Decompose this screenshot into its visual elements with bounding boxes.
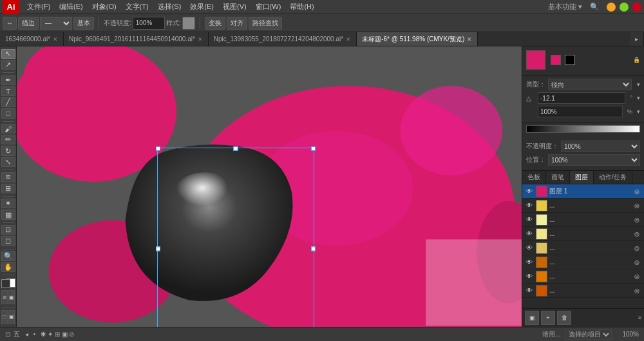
layer-row-7[interactable]: 👁 ... ◎ — [522, 284, 644, 298]
layer-row-1[interactable]: 👁 ... ◎ — [522, 199, 644, 213]
search-icon[interactable]: 🔍 — [586, 3, 603, 11]
eraser-tool[interactable]: ◻ — [1, 236, 15, 246]
transform-button[interactable]: 变换 — [205, 17, 225, 30]
column-chart-tool[interactable]: ▦ — [1, 209, 15, 219]
layers-panel-menu[interactable]: ≡ — [638, 315, 641, 321]
layer-target-2[interactable]: ◎ — [632, 215, 641, 224]
base-button[interactable]: 基本 — [73, 17, 94, 30]
layer-row-3[interactable]: 👁 ... ◎ — [522, 227, 644, 241]
stroke-style-select[interactable]: — — [40, 17, 72, 30]
canvas-area[interactable]: ji sn.b 🐾 — [17, 46, 522, 327]
layer-target-3[interactable]: ◎ — [632, 229, 641, 239]
opacity-select[interactable]: 100% — [561, 141, 640, 152]
angle-input[interactable] — [538, 92, 625, 104]
menu-object[interactable]: 对象(O) — [88, 1, 120, 13]
layer-target-1[interactable]: ◎ — [632, 201, 641, 210]
tab-close-3[interactable]: ✕ — [467, 36, 472, 43]
line-tool[interactable]: ╱ — [1, 97, 15, 107]
style-button[interactable] — [182, 17, 195, 30]
shape-tool[interactable]: □ — [1, 108, 15, 118]
tab-layers[interactable]: 图层 — [570, 171, 594, 184]
screen-mode2-button[interactable]: ▣ — [8, 310, 15, 324]
tab-0[interactable]: 1634669000.ai* ✕ — [0, 32, 64, 46]
opacity-input[interactable] — [133, 17, 165, 30]
layer-row-0[interactable]: 👁 图层 1 ◎ — [522, 184, 644, 199]
type-tool[interactable]: T — [1, 86, 15, 96]
warp-tool[interactable]: ≋ — [1, 172, 15, 182]
screen-mode-button[interactable]: □ — [1, 310, 8, 324]
nav-prev[interactable]: ◂ — [25, 331, 28, 338]
selection-tool[interactable]: ↖ — [1, 49, 15, 59]
menu-window[interactable]: 窗口(W) — [252, 1, 285, 13]
mode-select[interactable]: 描边 — [18, 17, 39, 30]
layer-eye-5[interactable]: 👁 — [525, 258, 534, 267]
layer-target-6[interactable]: ◎ — [632, 272, 641, 281]
menu-view[interactable]: 视图(V) — [219, 1, 251, 13]
gradient-options-icon[interactable]: ▾ — [637, 81, 640, 88]
tab-nav[interactable]: ▸ — [630, 32, 644, 46]
layer-target-0[interactable]: ◎ — [632, 187, 641, 196]
zoom-tool[interactable]: 🔍 — [1, 251, 15, 261]
menu-help[interactable]: 帮助(H) — [286, 1, 317, 13]
percent-input[interactable] — [538, 106, 623, 117]
tab-close-2[interactable]: ✕ — [346, 36, 351, 43]
hand-tool[interactable]: ✋ — [1, 262, 15, 272]
rotate-tool[interactable]: ↻ — [1, 146, 15, 155]
gradient-button[interactable]: ▣ — [8, 290, 15, 304]
stroke-color-swatch[interactable] — [565, 55, 575, 65]
tab-actions[interactable]: 动作/任务 — [594, 171, 632, 184]
scale-tool[interactable]: ⤡ — [1, 157, 15, 167]
create-layer-button[interactable]: + — [541, 311, 555, 325]
layer-row-4[interactable]: 👁 ... ◎ — [522, 241, 644, 255]
align-button[interactable]: 对齐 — [227, 17, 247, 30]
paintbrush-tool[interactable]: 🖌 — [1, 124, 15, 133]
tab-1[interactable]: Npic_9606491_20161111164450914000.ai* ✕ — [64, 32, 209, 46]
tab-close-0[interactable]: ✕ — [53, 36, 58, 43]
free-transform-tool[interactable]: ⊞ — [1, 184, 15, 193]
menu-effect[interactable]: 效果(E) — [186, 1, 218, 13]
selection-tool-options[interactable]: ↔ — [3, 17, 17, 30]
percent-expand-icon[interactable]: ▾ — [637, 108, 640, 115]
layer-eye-6[interactable]: 👁 — [525, 272, 534, 281]
gradient-type-select[interactable]: 径向 — [548, 79, 632, 90]
delete-layer-button[interactable]: 🗑 — [557, 311, 571, 325]
layer-row-6[interactable]: 👁 ... ◎ — [522, 269, 644, 284]
pen-tool[interactable]: ✒ — [1, 75, 15, 85]
layer-eye-1[interactable]: 👁 — [525, 201, 534, 210]
make-sublayer-button[interactable]: ▣ — [525, 311, 539, 325]
tab-close-1[interactable]: ✕ — [198, 36, 203, 43]
main-color-swatch[interactable] — [526, 50, 545, 70]
close-button[interactable] — [632, 3, 641, 12]
layer-row-2[interactable]: 👁 ... ◎ — [522, 213, 644, 227]
layer-eye-0[interactable]: 👁 — [525, 187, 534, 196]
layer-target-4[interactable]: ◎ — [632, 244, 641, 253]
layer-eye-7[interactable]: 👁 — [525, 286, 534, 295]
tab-3[interactable]: 未标题-6* @ 511.98% (CMYK/预览) ✕ — [357, 32, 478, 46]
expand-icon[interactable]: ▾ — [637, 95, 640, 101]
tab-color[interactable]: 色板 — [522, 171, 546, 184]
secondary-color-swatch[interactable] — [551, 55, 561, 65]
layer-eye-4[interactable]: 👁 — [525, 244, 534, 253]
menu-file[interactable]: 文件(F) — [23, 1, 54, 13]
location-select[interactable]: 100% — [548, 154, 640, 166]
slice-tool[interactable]: ⊡ — [1, 225, 15, 235]
menu-edit[interactable]: 编辑(E) — [55, 1, 87, 13]
minimize-button[interactable] — [607, 3, 616, 12]
tab-2[interactable]: Npic_13983055_20180727214204802000.ai* ✕ — [209, 32, 357, 46]
none-fill-button[interactable]: ⊘ — [1, 290, 8, 304]
menu-text[interactable]: 文字(T) — [122, 1, 153, 13]
pathfinder-button[interactable]: 路径查找 — [249, 17, 282, 30]
layer-eye-2[interactable]: 👁 — [525, 215, 534, 224]
nav-dot[interactable]: • — [33, 331, 36, 338]
layer-target-5[interactable]: ◎ — [632, 258, 641, 267]
pencil-tool[interactable]: ✏ — [1, 135, 15, 144]
layer-target-7[interactable]: ◎ — [632, 286, 641, 295]
maximize-button[interactable] — [620, 3, 629, 12]
layer-eye-3[interactable]: 👁 — [525, 229, 534, 239]
menu-select[interactable]: 选择(S) — [154, 1, 185, 13]
direct-selection-tool[interactable]: ↗ — [1, 60, 15, 70]
tab-brush[interactable]: 画笔 — [546, 171, 570, 184]
fill-swatch[interactable] — [1, 279, 10, 288]
symbol-sprayer-tool[interactable]: ⁕ — [1, 199, 15, 208]
layer-row-5[interactable]: 👁 ... ◎ — [522, 255, 644, 269]
